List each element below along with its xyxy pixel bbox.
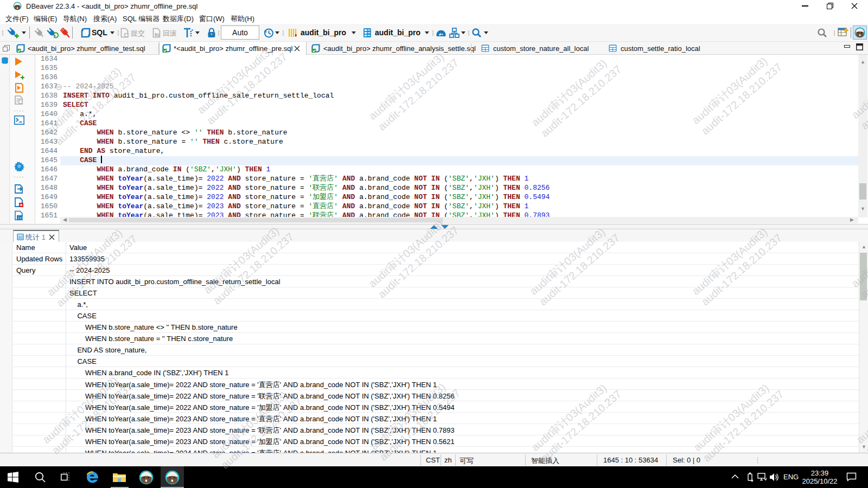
svg-text:(x): (x) (17, 216, 24, 220)
